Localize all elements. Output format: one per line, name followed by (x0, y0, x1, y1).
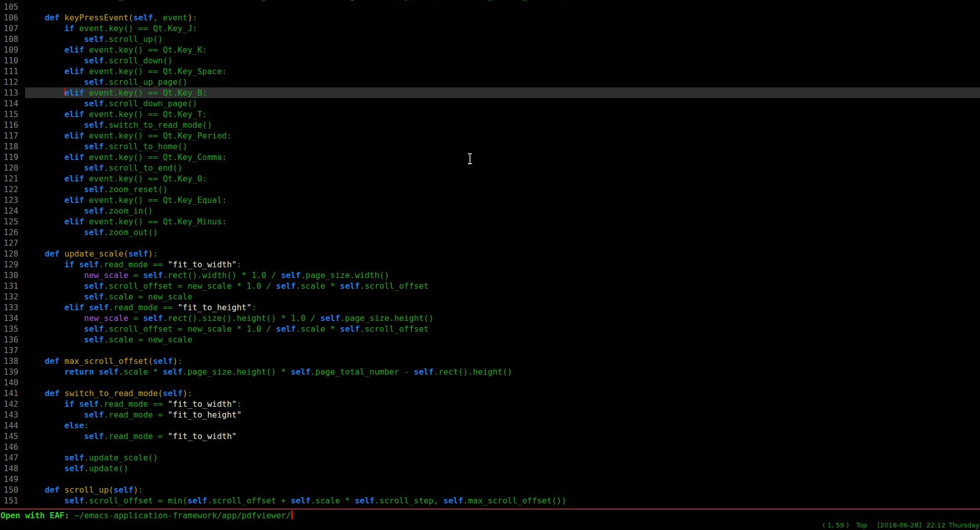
code-line[interactable]: 133 elif self.read_mode == "fit_to_heigh… (0, 302, 980, 313)
code-text[interactable]: self.zoom_reset() (25, 184, 980, 195)
code-text[interactable]: self.scroll_up_page() (25, 77, 980, 87)
code-text[interactable]: self.update() (25, 463, 980, 474)
code-line[interactable]: 141 def switch_to_read_mode(self): (0, 388, 980, 399)
code-text[interactable]: new_scale = self.rect().width() * 1.0 / … (25, 270, 980, 281)
code-text[interactable]: self.read_mode = "fit_to_height" (25, 409, 980, 420)
code-line[interactable]: 109 elif event.key() == Qt.Key_K: (0, 44, 980, 55)
code-line[interactable]: 121 elif event.key() == Qt.Key_0: (0, 173, 980, 184)
code-line[interactable]: 123 elif event.key() == Qt.Key_Equal: (0, 195, 980, 205)
code-text[interactable] (25, 238, 980, 248)
code-line[interactable]: 108 self.scroll_up() (0, 34, 980, 44)
code-line[interactable]: 151 self.scroll_offset = min(self.scroll… (0, 495, 980, 506)
code-line[interactable]: 146 (0, 442, 980, 452)
code-line[interactable]: 119 elif event.key() == Qt.Key_Comma: (0, 152, 980, 163)
code-text[interactable]: new_scale = self.rect().size().height() … (25, 313, 980, 324)
code-line[interactable]: 120 self.scroll_to_end() (0, 163, 980, 173)
code-text[interactable]: elif event.key() == Qt.Key_Period: (25, 130, 980, 141)
code-text[interactable]: self.switch_to_read_mode() (25, 120, 980, 130)
code-line[interactable]: 150 def scroll_up(self): (0, 485, 980, 495)
code-text[interactable]: elif event.key() == Qt.Key_Equal: (25, 195, 980, 205)
code-line[interactable]: 147 self.update_scale() (0, 452, 980, 463)
code-text[interactable]: elif event.key() == Qt.Key_Minus: (25, 216, 980, 227)
code-text[interactable]: self.scroll_offset = new_scale * 1.0 / s… (25, 281, 980, 291)
code-line[interactable]: 106 def keyPressEvent(self, event): (0, 12, 980, 23)
code-line[interactable]: 144 else: (0, 420, 980, 431)
tray-day: Thursday (949, 521, 979, 529)
code-line[interactable]: 122 self.zoom_reset() (0, 184, 980, 195)
code-line[interactable]: 149 (0, 474, 980, 485)
code-text[interactable]: def update_scale(self): (25, 248, 980, 259)
code-text[interactable]: elif self.read_mode == "fit_to_height": (25, 302, 980, 313)
code-line[interactable]: 132 self.scale = new_scale (0, 291, 980, 302)
code-text[interactable]: self.scroll_up() (25, 34, 980, 44)
code-line[interactable]: 140 (0, 377, 980, 388)
code-line[interactable]: 126 self.zoom_out() (0, 227, 980, 238)
code-line[interactable]: 116 self.switch_to_read_mode() (0, 120, 980, 130)
code-line[interactable]: 128 def update_scale(self): (0, 248, 980, 259)
code-text[interactable]: elif event.key() == Qt.Key_0: (25, 173, 980, 184)
code-line[interactable]: 138 def max_scroll_offset(self): (0, 356, 980, 366)
code-line[interactable]: 129 if self.read_mode == "fit_to_width": (0, 259, 980, 270)
code-line[interactable]: 107 if event.key() == Qt.Key_J: (0, 23, 980, 34)
code-line[interactable]: 115 elif event.key() == Qt.Key_T: (0, 109, 980, 120)
code-text[interactable]: def switch_to_read_mode(self): (25, 388, 980, 399)
code-line[interactable]: 110 self.scroll_down() (0, 55, 980, 66)
code-text[interactable]: elif event.key() == Qt.Key_Space: (25, 66, 980, 77)
code-text[interactable]: else: (25, 420, 980, 431)
code-text[interactable]: elif event.key() == Qt.Key_Comma: (25, 152, 980, 163)
code-line[interactable]: 127 (0, 238, 980, 248)
minibuffer[interactable]: Open with EAF: ~/emacs-application-frame… (1, 511, 293, 521)
code-text[interactable]: def keyPressEvent(self, event): (25, 12, 980, 23)
code-line[interactable]: 145 self.read_mode = "fit_to_width" (0, 431, 980, 442)
code-text[interactable] (25, 474, 980, 485)
code-text[interactable] (25, 2, 980, 12)
code-text[interactable]: self.zoom_out() (25, 227, 980, 238)
code-line[interactable]: 117 elif event.key() == Qt.Key_Period: (0, 130, 980, 141)
code-text[interactable]: if event.key() == Qt.Key_J: (25, 23, 980, 34)
code-text[interactable]: elif event.key() == Qt.Key_B: (25, 87, 980, 98)
code-text[interactable]: return self.scale * self.page_size.heigh… (25, 366, 980, 377)
code-text[interactable]: self.scale = new_scale (25, 291, 980, 302)
code-line[interactable]: 136 self.scale = new_scale (0, 334, 980, 345)
code-text[interactable]: self.scroll_to_home() (25, 141, 980, 152)
code-text[interactable]: self.zoom_in() (25, 205, 980, 216)
line-number: 118 (0, 141, 18, 152)
code-line[interactable]: 112 self.scroll_up_page() (0, 77, 980, 87)
code-line[interactable]: 139 return self.scale * self.page_size.h… (0, 366, 980, 377)
code-text[interactable]: if self.read_mode == "fit_to_width": (25, 399, 980, 409)
code-line[interactable]: 143 self.read_mode = "fit_to_height" (0, 409, 980, 420)
code-line[interactable]: 142 if self.read_mode == "fit_to_width": (0, 399, 980, 409)
minibuffer-input[interactable]: ~/emacs-application-framework/app/pdfvie… (75, 511, 291, 520)
code-line[interactable]: 114 self.scroll_down_page() (0, 98, 980, 109)
code-line[interactable]: 125 elif event.key() == Qt.Key_Minus: (0, 216, 980, 227)
emacs-frame: { "editor": { "colors": { "background": … (0, 0, 980, 530)
code-line[interactable]: 135 self.scroll_offset = new_scale * 1.0… (0, 324, 980, 334)
code-line[interactable]: 118 self.scroll_to_home() (0, 141, 980, 152)
code-text[interactable]: self.scroll_offset = min(self.scroll_off… (25, 495, 980, 506)
code-buffer[interactable]: 104 self.scroll_offset = min(max(self.sc… (0, 0, 980, 509)
code-text[interactable] (25, 442, 980, 452)
code-line[interactable]: 113 elif event.key() == Qt.Key_B: (0, 87, 980, 98)
code-line[interactable]: 131 self.scroll_offset = new_scale * 1.0… (0, 281, 980, 291)
code-text[interactable]: def scroll_up(self): (25, 485, 980, 495)
code-text[interactable]: self.update_scale() (25, 452, 980, 463)
code-line[interactable]: 137 (0, 345, 980, 356)
code-line[interactable]: 148 self.update() (0, 463, 980, 474)
code-text[interactable]: self.scroll_down() (25, 55, 980, 66)
code-text[interactable] (25, 345, 980, 356)
code-line[interactable]: 105 (0, 2, 980, 12)
code-text[interactable]: elif event.key() == Qt.Key_T: (25, 109, 980, 120)
code-line[interactable]: 134 new_scale = self.rect().size().heigh… (0, 313, 980, 324)
code-text[interactable]: elif event.key() == Qt.Key_K: (25, 44, 980, 55)
code-text[interactable]: self.read_mode = "fit_to_width" (25, 431, 980, 442)
code-line[interactable]: 130 new_scale = self.rect().width() * 1.… (0, 270, 980, 281)
code-text[interactable] (25, 377, 980, 388)
code-text[interactable]: self.scroll_offset = new_scale * 1.0 / s… (25, 324, 980, 334)
code-text[interactable]: if self.read_mode == "fit_to_width": (25, 259, 980, 270)
code-text[interactable]: self.scale = new_scale (25, 334, 980, 345)
code-line[interactable]: 124 self.zoom_in() (0, 205, 980, 216)
code-text[interactable]: self.scroll_to_end() (25, 163, 980, 173)
code-line[interactable]: 111 elif event.key() == Qt.Key_Space: (0, 66, 980, 77)
code-text[interactable]: def max_scroll_offset(self): (25, 356, 980, 366)
code-text[interactable]: self.scroll_down_page() (25, 98, 980, 109)
